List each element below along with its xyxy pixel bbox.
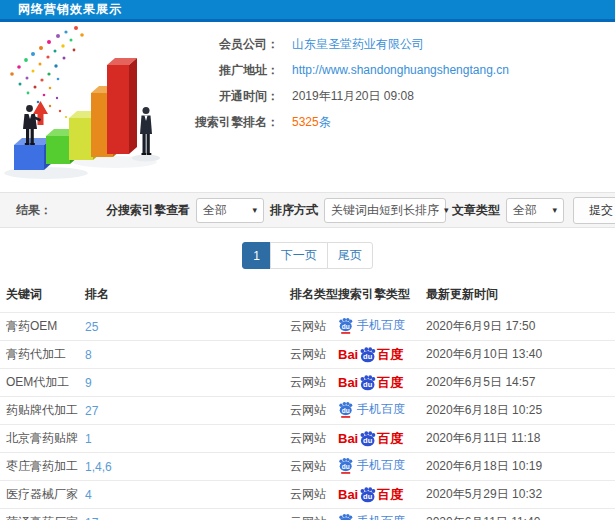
rank-link[interactable]: 1,4,6 — [85, 460, 112, 474]
mobile-baidu-label: 手机百度 — [357, 319, 405, 331]
update-time-cell: 2020年6月11日 11:18 — [426, 425, 615, 453]
baidu-paw-icon: du — [359, 347, 376, 363]
rank-type-cell: 云网站 — [290, 341, 338, 369]
page-1-button[interactable]: 1 — [242, 242, 271, 269]
engine-view-select[interactable]: 全部 ▾ — [196, 198, 264, 223]
sort-selected: 关键词由短到长排序 — [331, 202, 439, 219]
baidu-badge: Bai du 百度 — [338, 487, 403, 503]
mobile-baidu-label: 手机百度 — [357, 459, 405, 471]
table-row: 药贴牌代加工27云网站 du 手机百度 2020年6月18日 10:25 — [0, 397, 615, 425]
rank-link[interactable]: 27 — [85, 404, 98, 418]
col-engine-type: 搜索引擎类型 — [338, 281, 426, 313]
baidu-latin-text: Bai — [338, 488, 358, 501]
page-title: 网络营销效果展示 — [18, 1, 122, 18]
baidu-cn-text: 百度 — [377, 488, 403, 501]
rank-type-cell: 云网站 — [290, 369, 338, 397]
next-page-button[interactable]: 下一页 — [270, 242, 328, 269]
keyword-cell: 膏药OEM — [0, 313, 85, 341]
baidu-paw-icon: du — [359, 431, 376, 447]
pagination: 1 下一页 尾页 — [0, 242, 615, 269]
mobile-baidu-badge: du 手机百度 — [338, 457, 405, 474]
baidu-paw-icon: du — [338, 317, 353, 334]
baidu-badge: Bai du 百度 — [338, 375, 403, 391]
member-info-panel: 会员公司： 山东皇圣堂药业有限公司 推广地址： http://www.shand… — [195, 22, 615, 190]
keyword-cell: 菏泽膏药厂家 — [0, 509, 85, 520]
baidu-paw-icon: du — [338, 457, 353, 474]
sort-label: 排序方式 — [270, 202, 318, 219]
keyword-cell: 北京膏药贴牌 — [0, 425, 85, 453]
engine-cell: Bai du 百度 — [338, 341, 426, 369]
filter-bar: 结果： 分搜索引擎查看 全部 ▾ 排序方式 关键词由短到长排序 ▾ 文章类型 全… — [0, 192, 615, 228]
rank-cell: 9 — [85, 369, 290, 397]
rank-cell: 27 — [85, 397, 290, 425]
keyword-cell: OEM代加工 — [0, 369, 85, 397]
baidu-cn-text: 百度 — [377, 376, 403, 389]
engine-cell: Bai du 百度 — [338, 425, 426, 453]
growth-chart-image — [0, 22, 195, 187]
article-type-label: 文章类型 — [452, 202, 500, 219]
mobile-baidu-badge: du 手机百度 — [338, 401, 405, 418]
update-time-cell: 2020年6月11日 11:40 — [426, 509, 615, 520]
svg-text:du: du — [363, 352, 373, 361]
update-time-cell: 2020年6月9日 17:50 — [426, 313, 615, 341]
svg-text:du: du — [363, 436, 373, 445]
rank-link[interactable]: 8 — [85, 348, 92, 362]
rank-cell: 1,4,6 — [85, 453, 290, 481]
baidu-paw-icon: du — [359, 487, 376, 503]
promo-url-link[interactable]: http://www.shandonghuangshengtang.cn — [292, 63, 509, 77]
member-company-row: 会员公司： 山东皇圣堂药业有限公司 — [195, 31, 615, 57]
engine-cell: du 手机百度 — [338, 509, 426, 520]
last-page-button[interactable]: 尾页 — [327, 242, 373, 269]
table-row: 北京膏药贴牌1云网站 Bai du 百度 2020年6月11日 11:18 — [0, 425, 615, 453]
keyword-cell: 医疗器械厂家 — [0, 481, 85, 509]
col-keyword: 关键词 — [0, 281, 85, 313]
table-row: 医疗器械厂家4云网站 Bai du 百度 2020年5月29日 10:32 — [0, 481, 615, 509]
open-time-label: 开通时间： — [195, 88, 279, 105]
baidu-cn-text: 百度 — [377, 432, 403, 445]
chevron-down-icon: ▾ — [444, 205, 449, 215]
keyword-cell: 膏药代加工 — [0, 341, 85, 369]
article-type-select[interactable]: 全部 ▾ — [506, 198, 564, 223]
open-time-row: 开通时间： 2019年11月20日 09:08 — [195, 83, 615, 109]
keyword-cell: 药贴牌代加工 — [0, 397, 85, 425]
rank-type-cell: 云网站 — [290, 397, 338, 425]
update-time-cell: 2020年6月10日 13:40 — [426, 341, 615, 369]
businessman-right — [140, 107, 152, 155]
svg-text:du: du — [342, 462, 350, 469]
submit-button[interactable]: 提交 — [573, 197, 615, 224]
svg-text:du: du — [342, 322, 350, 329]
keyword-cell: 枣庄膏药加工 — [0, 453, 85, 481]
title-bar: 网络营销效果展示 — [0, 0, 615, 22]
engine-cell: du 手机百度 — [338, 397, 426, 425]
rank-link[interactable]: 9 — [85, 376, 92, 390]
table-row: 膏药代加工8云网站 Bai du 百度 2020年6月10日 13:40 — [0, 341, 615, 369]
rank-link[interactable]: 4 — [85, 488, 92, 502]
rank-type-cell: 云网站 — [290, 425, 338, 453]
engine-cell: du 手机百度 — [338, 453, 426, 481]
engine-cell: Bai du 百度 — [338, 369, 426, 397]
svg-text:du: du — [363, 492, 373, 501]
table-row: 膏药OEM25云网站 du 手机百度 2020年6月9日 17:50 — [0, 313, 615, 341]
update-time-cell: 2020年5月29日 10:32 — [426, 481, 615, 509]
chevron-down-icon: ▾ — [552, 205, 557, 215]
top-section: 会员公司： 山东皇圣堂药业有限公司 推广地址： http://www.shand… — [0, 22, 615, 190]
article-type-selected: 全部 — [513, 202, 537, 219]
rank-link[interactable]: 1 — [85, 432, 92, 446]
rank-link[interactable]: 25 — [85, 320, 98, 334]
bar-red — [107, 58, 137, 154]
baidu-paw-icon: du — [338, 513, 353, 520]
baidu-latin-text: Bai — [338, 348, 358, 361]
col-update-time: 最新更新时间 — [426, 281, 615, 313]
sort-select[interactable]: 关键词由短到长排序 ▾ — [324, 198, 446, 223]
table-row: OEM代加工9云网站 Bai du 百度 2020年6月5日 14:57 — [0, 369, 615, 397]
baidu-paw-icon: du — [359, 375, 376, 391]
update-time-cell: 2020年6月18日 10:25 — [426, 397, 615, 425]
engine-cell: du 手机百度 — [338, 313, 426, 341]
rank-cell: 8 — [85, 341, 290, 369]
member-company-link[interactable]: 山东皇圣堂药业有限公司 — [292, 36, 424, 53]
ranking-count-row: 搜索引擎排名： 5325条 — [195, 109, 615, 135]
rank-link[interactable]: 17 — [85, 516, 98, 520]
mobile-baidu-badge: du 手机百度 — [338, 317, 405, 334]
results-table: 关键词 排名 排名类型 搜索引擎类型 最新更新时间 膏药OEM25云网站 du … — [0, 281, 615, 520]
svg-text:du: du — [342, 406, 350, 413]
